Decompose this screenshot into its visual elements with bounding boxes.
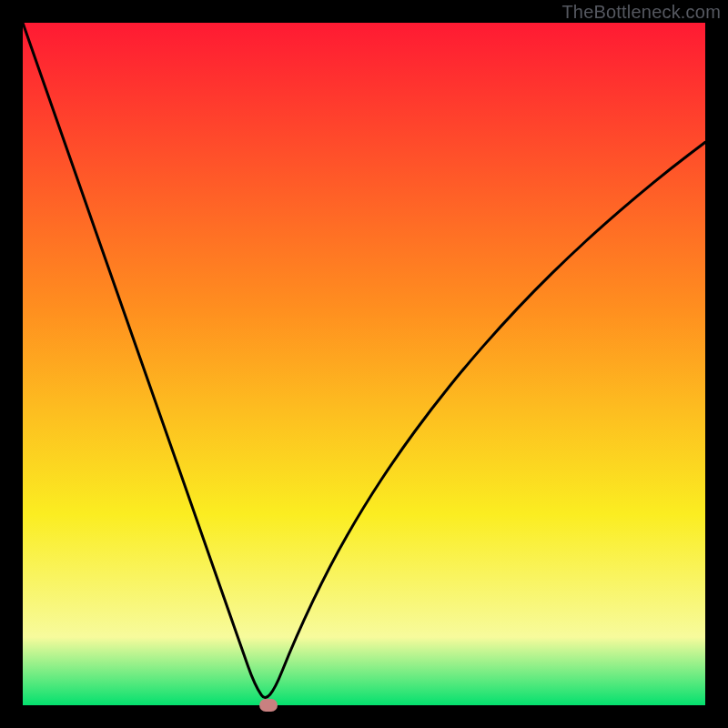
chart-frame: TheBottleneck.com <box>0 0 728 728</box>
optimal-point-marker <box>259 699 278 712</box>
gradient-background <box>23 23 705 705</box>
plot-area <box>23 23 705 705</box>
watermark-text: TheBottleneck.com <box>561 2 721 23</box>
